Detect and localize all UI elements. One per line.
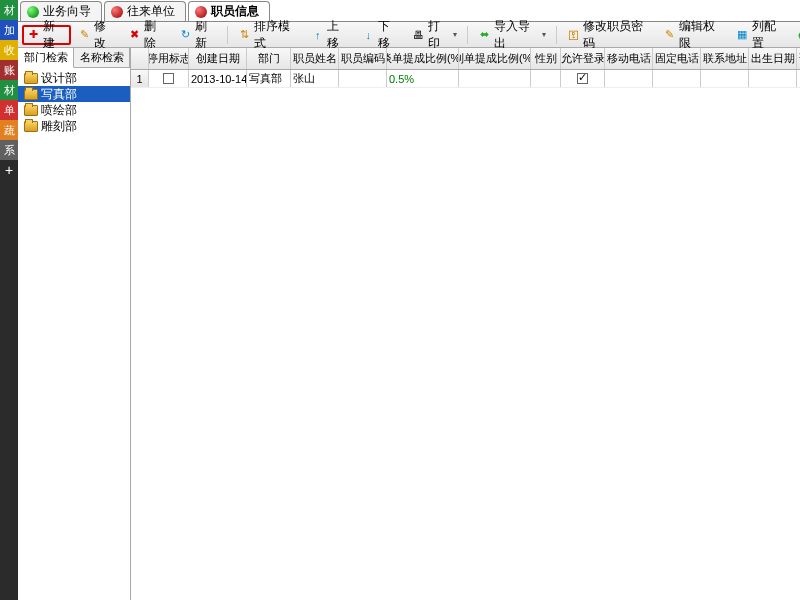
print-icon: 🖶 [412, 28, 425, 42]
cell-birth [749, 70, 797, 87]
toolbar: ✚新建 ✎修改 ✖删除 ↻刷新 ⇅排序模式 ↑上移 ↓下移 🖶打印▾ ⬌导入导出… [18, 22, 800, 48]
x-icon: ✖ [128, 28, 141, 42]
import-export-button[interactable]: ⬌导入导出▾ [473, 25, 551, 45]
rail-item[interactable]: 账 [0, 60, 18, 80]
io-icon: ⬌ [478, 28, 491, 42]
folder-icon [24, 89, 38, 100]
row-index: 1 [131, 70, 149, 87]
cell-tel [653, 70, 701, 87]
cell-login[interactable] [561, 70, 605, 87]
plus-icon: ✚ [27, 28, 40, 42]
folder-icon [24, 73, 38, 84]
col-head[interactable]: 制单提成比例(%) [459, 48, 531, 69]
key-icon: ⚿ [567, 28, 580, 42]
checkbox-icon[interactable] [163, 73, 174, 84]
col-head[interactable]: 创建日期 [189, 48, 247, 69]
col-head[interactable]: 职员姓名 [291, 48, 339, 69]
col-head[interactable]: 允许登录 [561, 48, 605, 69]
tab-staff-info[interactable]: 职员信息 [188, 1, 270, 21]
col-head[interactable]: 出生日期 [749, 48, 797, 69]
rail-add-icon[interactable]: + [0, 160, 18, 180]
cell-make-rate [459, 70, 531, 87]
col-head[interactable]: 性别 [531, 48, 561, 69]
tree-item[interactable]: 喷绘部 [18, 102, 130, 118]
cell-date: 2013-10-14 [189, 70, 247, 87]
table-row[interactable]: 1 2013-10-14 写真部 张山 0.5% [131, 70, 800, 88]
cell-dept: 写真部 [247, 70, 291, 87]
cell-talk-rate: 0.5% [387, 70, 459, 87]
col-head[interactable]: 联系地址 [701, 48, 749, 69]
side-tab-dept[interactable]: 部门检索 [18, 48, 74, 68]
cell-mobile [605, 70, 653, 87]
pencil-icon: ✎ [78, 28, 91, 42]
new-button[interactable]: ✚新建 [22, 25, 71, 45]
columns-icon: ▦ [736, 28, 749, 42]
refresh-icon: ↻ [179, 28, 192, 42]
sort-icon: ⇅ [238, 28, 251, 42]
left-rail: 材 加 收 账 材 单 蔬 系 + [0, 0, 18, 600]
change-password-button[interactable]: ⚿修改职员密码 [562, 25, 656, 45]
chevron-down-icon: ▾ [542, 30, 546, 39]
arrow-up-icon: ↑ [311, 28, 324, 42]
separator [556, 26, 557, 44]
edit-button[interactable]: ✎修改 [73, 25, 122, 45]
tree-item[interactable]: 写真部 [18, 86, 130, 102]
cell-name: 张山 [291, 70, 339, 87]
grid-body[interactable]: 1 2013-10-14 写真部 张山 0.5% [131, 70, 800, 600]
col-head[interactable] [131, 48, 149, 69]
lock-icon: ✎ [663, 28, 676, 42]
folder-icon [24, 105, 38, 116]
delete-button[interactable]: ✖删除 [123, 25, 172, 45]
rail-item[interactable]: 蔬 [0, 120, 18, 140]
rail-item[interactable]: 系 [0, 140, 18, 160]
user-icon [195, 6, 207, 18]
side-tabs: 部门检索 名称检索 [18, 48, 130, 68]
tree-item[interactable]: 雕刻部 [18, 118, 130, 134]
rail-item[interactable]: 加 [0, 20, 18, 40]
column-config-button[interactable]: ▦列配置 [731, 25, 791, 45]
data-grid: 停用标志 创建日期 部门 职员姓名 职员编码 谈单提成比例(%) 制单提成比例(… [131, 48, 800, 600]
grid-header: 停用标志 创建日期 部门 职员姓名 职员编码 谈单提成比例(%) 制单提成比例(… [131, 48, 800, 70]
cell-addr [701, 70, 749, 87]
globe-icon [27, 6, 39, 18]
refresh-button[interactable]: ↻刷新 [174, 25, 223, 45]
sort-button[interactable]: ⇅排序模式 [233, 25, 304, 45]
move-down-button[interactable]: ↓下移 [357, 25, 406, 45]
col-head[interactable]: 移动电话 [605, 48, 653, 69]
cell-sex [531, 70, 561, 87]
col-head[interactable]: 职员编码 [339, 48, 387, 69]
separator [467, 26, 468, 44]
side-tab-name[interactable]: 名称检索 [74, 48, 130, 67]
move-up-button[interactable]: ↑上移 [306, 25, 355, 45]
user-icon [111, 6, 123, 18]
col-head[interactable]: 停用标志 [149, 48, 189, 69]
cell-code [339, 70, 387, 87]
checkbox-icon[interactable] [577, 73, 588, 84]
exit-button[interactable]: ⏻退出 [792, 25, 800, 45]
col-head[interactable]: 部门 [247, 48, 291, 69]
col-head[interactable]: 固定电话 [653, 48, 701, 69]
dept-tree: 设计部 写真部 喷绘部 雕刻部 [18, 68, 130, 600]
separator [227, 26, 228, 44]
rail-item[interactable]: 收 [0, 40, 18, 60]
arrow-down-icon: ↓ [362, 28, 375, 42]
cell-stop[interactable] [149, 70, 189, 87]
rail-item[interactable]: 材 [0, 0, 18, 20]
tree-item[interactable]: 设计部 [18, 70, 130, 86]
col-head[interactable]: 谈单提成比例(%) [387, 48, 459, 69]
chevron-down-icon: ▾ [453, 30, 457, 39]
side-panel: 部门检索 名称检索 设计部 写真部 喷绘部 雕刻部 [18, 48, 131, 600]
rail-item[interactable]: 单 [0, 100, 18, 120]
print-button[interactable]: 🖶打印▾ [407, 25, 462, 45]
folder-icon [24, 121, 38, 132]
rail-item[interactable]: 材 [0, 80, 18, 100]
edit-permission-button[interactable]: ✎编辑权限 [658, 25, 729, 45]
